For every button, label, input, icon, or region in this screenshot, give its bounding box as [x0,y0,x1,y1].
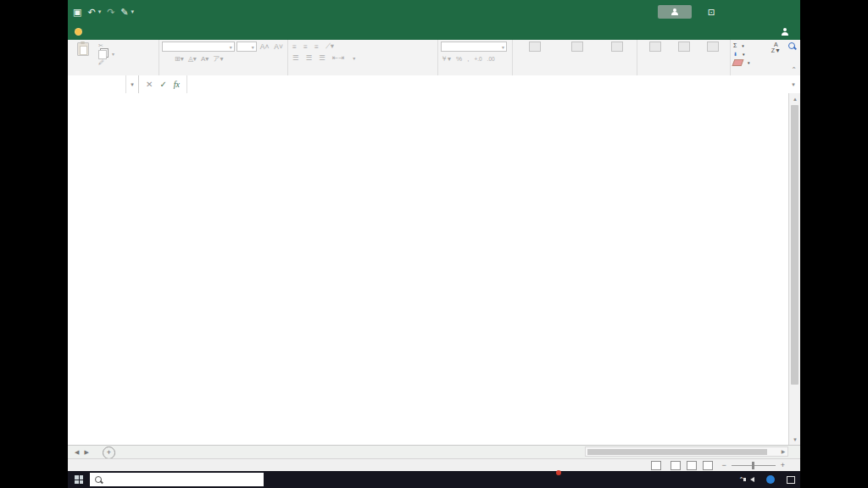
eraser-icon [732,59,744,66]
enter-icon[interactable]: ✓ [159,80,166,89]
name-box-dropdown-icon[interactable]: ▾ [126,75,139,93]
action-center-icon[interactable] [787,476,795,484]
decrease-font-icon[interactable]: A˅ [272,42,285,51]
formula-bar: ▾ ✕ ✓ fx ▾ [68,75,800,94]
horizontal-scroll-thumb[interactable] [587,449,767,455]
display-settings-button[interactable] [651,461,665,470]
borders-icon[interactable]: ⊞▾ [175,55,184,63]
scroll-up-icon[interactable]: ▲ [789,93,800,104]
horizontal-scrollbar[interactable] [585,446,788,457]
fill-down-icon: ⬇ [733,50,737,58]
copy-icon [98,50,107,59]
align-middle-icon[interactable]: ≡ [302,42,309,51]
zoom-slider[interactable] [732,465,776,466]
pen-mode-icon[interactable]: ✎ [120,7,128,18]
format-cells-button[interactable] [701,42,725,53]
autosum-button[interactable]: Σ▾ [733,42,766,50]
decrease-decimal-icon[interactable]: .00 [487,56,495,62]
new-sheet-button[interactable]: + [103,446,115,459]
qat-customize-icon[interactable]: ▾ [131,8,135,15]
number-format-combobox[interactable]: ▾ [441,42,507,52]
normal-view-icon[interactable] [670,461,681,470]
orientation-icon[interactable]: ⟋▾ [324,42,336,51]
undo-dropdown-icon[interactable]: ▾ [98,8,102,15]
video-frame: ▣ ↶▾ ↷ ✎▾ ⊡ [0,0,868,488]
indent-icon[interactable]: ⇤⇥ [331,53,346,62]
undo-icon[interactable]: ↶ [87,7,95,18]
page-layout-view-icon[interactable] [687,461,697,470]
zoom-out-icon[interactable]: − [721,461,726,469]
spreadsheet-grid[interactable] [68,93,788,445]
font-name-combobox[interactable]: ▾ [162,42,235,52]
search-icon [788,42,795,49]
ruby-icon[interactable]: ア▾ [213,54,223,64]
increase-font-icon[interactable]: A˄ [259,42,271,51]
align-bottom-icon[interactable]: ≡ [313,42,320,51]
format-as-table-button[interactable] [556,42,598,53]
format-as-table-icon [571,42,583,52]
format-painter-button[interactable]: 🖉 [98,58,156,67]
comma-icon[interactable]: , [467,55,469,63]
align-right-icon[interactable]: ☰ [317,53,327,62]
vertical-scroll-thumb[interactable] [791,105,798,385]
tray-app-icon[interactable] [766,475,775,484]
fill-color-icon[interactable]: ◬▾ [188,55,197,63]
sheet-nav-left-icon[interactable]: ◀ [75,449,79,456]
increase-decimal-icon[interactable]: +.0 [474,56,481,62]
align-left-icon[interactable]: ☰ [291,53,301,62]
align-center-icon[interactable]: ☰ [304,53,314,62]
formula-input[interactable] [187,75,787,93]
sign-in-button[interactable] [658,5,692,19]
restore-button[interactable] [749,0,775,24]
clear-button[interactable]: ▾ [733,58,766,67]
share-button[interactable] [772,24,800,40]
sort-filter-button[interactable]: AZ▼ [769,42,784,67]
taskbar-search-input[interactable] [90,473,264,486]
speaker-icon[interactable] [750,477,754,482]
zoom-in-icon[interactable]: + [781,461,785,469]
align-top-icon[interactable]: ≡ [291,42,298,51]
sort-filter-icon: AZ▼ [769,42,784,53]
delete-cells-button[interactable] [672,42,696,53]
ribbon-group-font: ▾ ▾ A˄ A˅ ⊞▾ ◬▾ A▾ ア▾ [159,40,288,75]
minimize-button[interactable] [724,0,749,24]
redo-icon[interactable]: ↷ [107,7,114,18]
cell-styles-button[interactable] [601,42,634,53]
sheet-nav-right-icon[interactable]: ▶ [84,449,88,456]
scroll-down-icon[interactable]: ▼ [789,434,800,445]
name-box[interactable] [68,75,126,93]
font-color-icon[interactable]: A▾ [201,55,209,63]
paste-button[interactable] [70,42,96,57]
ribbon: ✂ ▾ 🖉 ▾ ▾ A˄ A˅ ⊞▾ ◬▾ A▾ ア▾ [68,40,800,76]
insert-function-icon[interactable]: fx [174,80,180,89]
scissors-icon: ✂ [98,42,103,50]
format-cells-icon [707,42,719,52]
conditional-formatting-button[interactable] [515,42,554,53]
excel-window: ▣ ↶▾ ↷ ✎▾ ⊡ [68,0,800,488]
start-button[interactable] [68,471,90,488]
copy-button[interactable]: ▾ [98,50,156,58]
insert-cells-button[interactable] [643,42,667,53]
page-break-view-icon[interactable] [703,461,713,470]
scroll-right-icon[interactable]: ▶ [778,446,788,455]
percent-icon[interactable]: % [456,55,462,63]
vertical-scrollbar[interactable]: ▲ ▼ [788,93,800,445]
ribbon-group-styles [513,40,637,75]
fill-button[interactable]: ⬇▾ [733,50,766,58]
cancel-icon[interactable]: ✕ [146,80,153,89]
search-icon [95,476,102,483]
system-tray: ⌃ [738,475,800,484]
font-size-combobox[interactable]: ▾ [236,42,257,52]
save-icon[interactable]: ▣ [73,7,81,18]
zoom-slider-thumb[interactable] [752,462,754,469]
expand-formula-bar-icon[interactable]: ▾ [787,75,800,93]
collapse-ribbon-icon[interactable]: ⌃ [791,66,797,74]
user-icon [671,8,679,16]
tell-me-tab[interactable] [68,24,92,40]
find-select-button[interactable] [786,42,798,67]
close-button[interactable] [775,0,800,24]
ribbon-display-options-button[interactable]: ⊡ [698,0,724,24]
quick-access-toolbar: ▣ ↶▾ ↷ ✎▾ [73,0,134,24]
currency-icon[interactable]: ￥▾ [441,54,451,64]
cut-button[interactable]: ✂ [98,42,156,50]
